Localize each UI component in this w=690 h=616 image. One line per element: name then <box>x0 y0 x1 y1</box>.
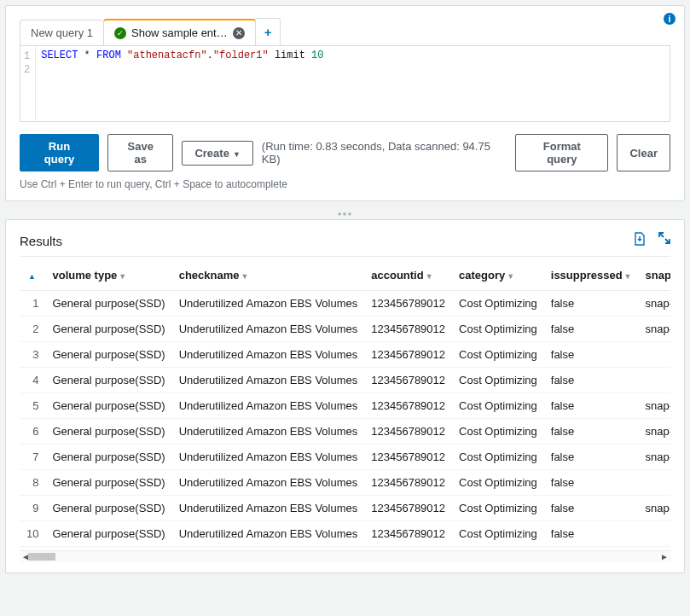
cell-issuppressed: false <box>544 445 639 470</box>
cell-volume-type: General purpose(SSD) <box>45 342 171 368</box>
sort-asc-icon: ▲ <box>28 272 36 281</box>
cell-index: 3 <box>20 342 45 368</box>
clear-button[interactable]: Clear <box>617 134 670 171</box>
cell-issuppressed: false <box>544 291 639 317</box>
table-row: 2General purpose(SSD)Underutilized Amazo… <box>20 317 670 342</box>
cell-snapshot <box>639 521 670 547</box>
cell-volume-type: General purpose(SSD) <box>45 317 171 342</box>
line-gutter: 12 <box>20 46 36 121</box>
cell-category: Cost Optimizing <box>452 521 544 547</box>
cell-accountid: 123456789012 <box>364 445 452 470</box>
cell-snapshot: snap-0a5 <box>639 419 670 445</box>
format-query-button[interactable]: Format query <box>515 134 608 171</box>
col-category[interactable]: category▼ <box>452 260 544 291</box>
results-title: Results <box>20 234 62 248</box>
close-icon[interactable]: ✕ <box>233 27 245 39</box>
sort-icon: ▼ <box>119 272 126 281</box>
cell-accountid: 123456789012 <box>364 470 452 496</box>
results-panel: Results ▲ volume type▼ checkname▼ accoun… <box>5 219 685 573</box>
col-accountid[interactable]: accountid▼ <box>364 260 452 291</box>
cell-snapshot: snap-0ff6 <box>639 496 670 521</box>
cell-issuppressed: false <box>544 393 639 419</box>
cell-accountid: 123456789012 <box>364 521 452 547</box>
cell-snapshot: snap-0ef4 <box>639 393 670 419</box>
expand-icon[interactable] <box>658 232 670 249</box>
cell-accountid: 123456789012 <box>364 342 452 368</box>
cell-checkname: Underutilized Amazon EBS Volumes <box>172 317 365 342</box>
scroll-right-icon[interactable]: ► <box>658 551 670 562</box>
tab-show-sample[interactable]: ✓ Show sample ent… ✕ <box>103 19 256 45</box>
cell-accountid: 123456789012 <box>364 496 452 521</box>
panel-resize-handle[interactable]: ●●● <box>5 208 685 219</box>
sql-editor[interactable]: 12 SELECT * FROM "athenatacfn"."folder1"… <box>20 45 670 122</box>
tab-new-query-1[interactable]: New query 1 <box>20 20 104 45</box>
table-row: 5General purpose(SSD)Underutilized Amazo… <box>20 393 670 419</box>
cell-index: 8 <box>20 470 45 496</box>
cell-category: Cost Optimizing <box>452 291 544 317</box>
code-area[interactable]: SELECT * FROM "athenatacfn"."folder1" li… <box>36 46 670 121</box>
cell-index: 7 <box>20 445 45 470</box>
cell-category: Cost Optimizing <box>452 470 544 496</box>
cell-category: Cost Optimizing <box>452 419 544 445</box>
cell-checkname: Underutilized Amazon EBS Volumes <box>172 445 365 470</box>
cell-index: 6 <box>20 419 45 445</box>
cell-accountid: 123456789012 <box>364 393 452 419</box>
check-icon: ✓ <box>114 27 126 39</box>
info-icon[interactable]: i <box>664 13 676 25</box>
cell-checkname: Underutilized Amazon EBS Volumes <box>172 496 365 521</box>
cell-volume-type: General purpose(SSD) <box>45 496 171 521</box>
table-row: 7General purpose(SSD)Underutilized Amazo… <box>20 445 670 470</box>
cell-index: 10 <box>20 521 45 547</box>
table-row: 10General purpose(SSD)Underutilized Amaz… <box>20 521 670 547</box>
horizontal-scrollbar[interactable]: ◄ ► <box>20 550 670 562</box>
col-checkname[interactable]: checkname▼ <box>172 260 365 291</box>
cell-checkname: Underutilized Amazon EBS Volumes <box>172 419 365 445</box>
cell-checkname: Underutilized Amazon EBS Volumes <box>172 470 365 496</box>
cell-snapshot: snap-06b <box>639 317 670 342</box>
cell-volume-type: General purpose(SSD) <box>45 393 171 419</box>
query-tabs: New query 1 ✓ Show sample ent… ✕ + <box>20 18 670 45</box>
col-issuppressed[interactable]: issuppressed▼ <box>544 260 639 291</box>
cell-snapshot: snap-0d4 <box>639 291 670 317</box>
cell-snapshot: snap-078 <box>639 445 670 470</box>
cell-snapshot <box>639 342 670 368</box>
col-snapshot[interactable]: snapshot <box>639 260 670 291</box>
cell-checkname: Underutilized Amazon EBS Volumes <box>172 291 365 317</box>
cell-index: 9 <box>20 496 45 521</box>
runtime-text: (Run time: 0.83 seconds, Data scanned: 9… <box>262 140 507 166</box>
cell-checkname: Underutilized Amazon EBS Volumes <box>172 393 365 419</box>
cell-issuppressed: false <box>544 470 639 496</box>
cell-volume-type: General purpose(SSD) <box>45 445 171 470</box>
editor-toolbar: Run query Save as Create▼ (Run time: 0.8… <box>20 134 670 171</box>
cell-accountid: 123456789012 <box>364 419 452 445</box>
cell-volume-type: General purpose(SSD) <box>45 470 171 496</box>
cell-category: Cost Optimizing <box>452 317 544 342</box>
save-as-button[interactable]: Save as <box>107 134 173 171</box>
chevron-down-icon: ▼ <box>233 150 241 159</box>
cell-checkname: Underutilized Amazon EBS Volumes <box>172 342 365 368</box>
col-index[interactable]: ▲ <box>20 260 45 291</box>
table-row: 4General purpose(SSD)Underutilized Amazo… <box>20 368 670 393</box>
cell-volume-type: General purpose(SSD) <box>45 521 171 547</box>
table-row: 6General purpose(SSD)Underutilized Amazo… <box>20 419 670 445</box>
cell-snapshot <box>639 368 670 393</box>
sort-icon: ▼ <box>624 272 632 281</box>
results-table: ▲ volume type▼ checkname▼ accountid▼ cat… <box>20 260 670 547</box>
scroll-thumb[interactable] <box>28 553 55 561</box>
sort-icon: ▼ <box>426 272 433 281</box>
table-row: 3General purpose(SSD)Underutilized Amazo… <box>20 342 670 368</box>
sort-icon: ▼ <box>241 272 249 281</box>
cell-accountid: 123456789012 <box>364 291 452 317</box>
download-icon[interactable] <box>633 232 647 249</box>
table-row: 9General purpose(SSD)Underutilized Amazo… <box>20 496 670 521</box>
run-query-button[interactable]: Run query <box>20 134 99 171</box>
add-tab-button[interactable]: + <box>255 18 281 45</box>
results-table-wrap[interactable]: ▲ volume type▼ checkname▼ accountid▼ cat… <box>20 260 670 547</box>
cell-volume-type: General purpose(SSD) <box>45 368 171 393</box>
cell-volume-type: General purpose(SSD) <box>45 291 171 317</box>
create-button[interactable]: Create▼ <box>182 141 252 166</box>
cell-category: Cost Optimizing <box>452 496 544 521</box>
cell-category: Cost Optimizing <box>452 342 544 368</box>
col-volume-type[interactable]: volume type▼ <box>45 260 171 291</box>
table-row: 1General purpose(SSD)Underutilized Amazo… <box>20 291 670 317</box>
